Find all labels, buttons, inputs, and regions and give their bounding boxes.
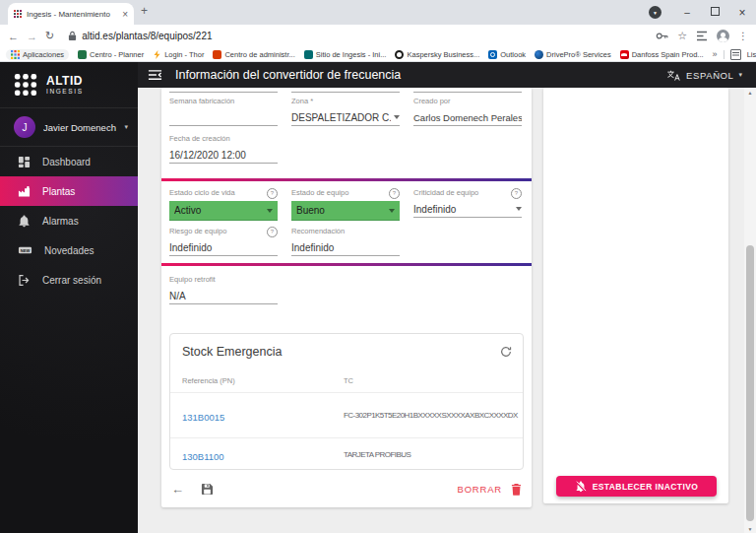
field-estado-ciclo: Estado ciclo de vida? Activo — [169, 188, 278, 221]
gradient-divider — [161, 178, 532, 181]
bell-icon — [18, 215, 31, 228]
sidebar-item-novedades[interactable]: NEW Novedades — [0, 235, 138, 265]
bookmark-kaspersky[interactable]: Kaspersky Business... — [395, 50, 479, 59]
bookmark-apps[interactable]: Aplicaciones — [6, 49, 69, 60]
sidebar-item-alarmas[interactable]: Alarmas — [0, 206, 138, 235]
user-avatar: J — [14, 116, 35, 138]
tab-close-icon[interactable]: × — [122, 9, 128, 20]
bookmark-label: Aplicaciones — [23, 50, 64, 59]
reading-list-panel-icon[interactable] — [696, 31, 708, 41]
window-maximize-button[interactable] — [701, 7, 728, 18]
part-number-link[interactable]: 130B1100 — [182, 451, 224, 462]
help-icon[interactable]: ? — [389, 188, 400, 199]
set-inactive-label: ESTABLECER INACTIVO — [593, 482, 699, 492]
logout-icon — [18, 274, 31, 287]
sidebar-item-dashboard[interactable]: Dashboard — [0, 147, 138, 176]
brand-name: ALTID — [46, 75, 84, 87]
criticidad-select[interactable]: Indefinido — [413, 201, 522, 218]
back-button[interactable]: ← — [171, 482, 184, 497]
user-menu[interactable]: J Javier Domenech ▾ — [0, 108, 138, 147]
sidebar-item-plantas[interactable]: Plantas — [0, 176, 138, 206]
drivepro-favicon — [535, 50, 543, 59]
browser-tab[interactable]: Ingesis - Mantenimiento × — [8, 3, 134, 25]
password-key-icon[interactable] — [656, 30, 668, 42]
browser-forward-icon[interactable]: → — [27, 31, 37, 42]
form-actions: ← BORRAR — [171, 478, 522, 500]
browser-back-icon[interactable]: ← — [8, 31, 19, 42]
window-close-button[interactable]: × — [728, 6, 756, 20]
page-scrollbar[interactable]: ▲ ▼ — [744, 88, 756, 533]
site-favicon — [14, 10, 23, 19]
sidebar-item-label: Novedades — [44, 245, 94, 256]
field-label: Estado ciclo de vida — [169, 188, 235, 198]
apps-grid-icon — [11, 50, 20, 59]
scroll-down-icon[interactable]: ▼ — [748, 524, 753, 533]
browser-menu-icon[interactable]: ⋮ — [738, 31, 748, 41]
fecha-creacion-input[interactable]: 16/12/2020 12:00 — [169, 147, 278, 164]
omnibox[interactable]: altid.es/plantas/8/equipos/221 — [68, 31, 648, 41]
help-icon[interactable]: ? — [511, 188, 522, 199]
riesgo-input[interactable]: Indefinido — [169, 239, 278, 256]
zona-select[interactable]: DESPALETIZADOR C... — [291, 109, 400, 126]
semana-fabricacion-input[interactable] — [169, 109, 278, 126]
bookmark-ingesis[interactable]: Sitio de Ingesis - Ini... — [304, 50, 387, 59]
equipment-form-card: Semana fabricación Zona * DESPALETIZADOR… — [161, 88, 532, 507]
help-icon[interactable]: ? — [267, 188, 278, 199]
dropdown-arrow-icon — [516, 207, 522, 211]
status-panel-card: ESTABLECER INACTIVO — [543, 88, 728, 503]
browser-update-icon[interactable]: ▼ — [649, 6, 662, 19]
more-bookmarks-icon[interactable]: » — [713, 49, 718, 59]
scrollbar-thumb[interactable] — [746, 245, 754, 521]
sharepoint-favicon — [304, 50, 313, 59]
retrofit-input[interactable]: N/A — [169, 288, 278, 304]
bookmarks-bar: Aplicaciones Centro - Planner Login - Th… — [0, 47, 756, 62]
sidebar-item-label: Cerrar sesión — [42, 275, 101, 286]
save-button[interactable] — [201, 483, 214, 496]
new-tab-button[interactable]: + — [141, 4, 148, 18]
sidebar: ALTID INGESIS J Javier Domenech ▾ Dashbo… — [0, 62, 138, 533]
window-minimize-button[interactable]: – — [673, 7, 701, 18]
gradient-divider — [161, 263, 532, 266]
bookmark-planner[interactable]: Centro - Planner — [78, 50, 144, 59]
bookmark-thor[interactable]: Login - Thor — [153, 50, 204, 59]
sidebar-item-cerrar-sesion[interactable]: Cerrar sesión — [0, 265, 138, 295]
estado-equipo-select[interactable]: Bueno — [291, 201, 400, 221]
browser-profile-avatar[interactable] — [717, 30, 729, 42]
language-selector[interactable]: ESPAÑOL ▾ — [666, 69, 742, 82]
divider — [724, 50, 724, 59]
field-riesgo: Riesgo de equipo? Indefinido — [169, 227, 278, 256]
bookmark-danfoss[interactable]: Danfoss Spain Prod... — [620, 50, 704, 59]
estado-ciclo-select[interactable]: Activo — [169, 201, 278, 221]
menu-fold-icon[interactable] — [148, 69, 162, 81]
refresh-icon[interactable] — [499, 345, 513, 359]
recomendacion-input[interactable]: Indefinido — [291, 239, 400, 256]
scroll-up-icon[interactable]: ▲ — [748, 88, 753, 98]
bookmark-drivepro[interactable]: DrivePro® Services — [535, 50, 611, 59]
browser-reload-icon[interactable]: ↻ — [45, 30, 54, 42]
save-floppy-icon — [201, 483, 214, 496]
reading-list-button[interactable]: Lista de lectura — [747, 50, 756, 59]
part-number-link[interactable]: 131B0015 — [182, 412, 224, 423]
field-semana-fabricacion: Semana fabricación — [169, 97, 278, 126]
field-label: Zona * — [291, 97, 313, 106]
bookmark-outlook[interactable]: Outlook — [488, 50, 526, 59]
bookmark-label: Login - Thor — [164, 50, 204, 59]
column-header: TC — [332, 376, 523, 385]
creado-por-input[interactable]: Carlos Domenech Perales — [413, 109, 522, 126]
browser-titlebar: Ingesis - Mantenimiento × + ▼ – × — [0, 0, 756, 25]
dropdown-arrow-icon — [394, 115, 400, 119]
address-bar: ← → ↻ altid.es/plantas/8/equipos/221 ☆ ⋮ — [0, 25, 756, 47]
help-icon[interactable]: ? — [267, 227, 278, 237]
stock-emergencia-card: Stock Emergencia Referencia (PN) TC 131B… — [169, 333, 524, 470]
admin-favicon — [213, 50, 221, 59]
field-label: Riesgo de equipo — [169, 227, 226, 236]
brand: ALTID INGESIS — [0, 62, 138, 108]
sidebar-item-label: Plantas — [42, 186, 75, 197]
set-inactive-button[interactable]: ESTABLECER INACTIVO — [556, 476, 717, 497]
trash-icon[interactable] — [511, 483, 522, 496]
factory-icon — [18, 185, 31, 198]
bookmark-admin[interactable]: Centro de administr... — [213, 50, 294, 59]
bookmark-star-icon[interactable]: ☆ — [677, 30, 687, 42]
delete-button[interactable]: BORRAR — [458, 484, 502, 495]
app-header: Información del convertidor de frecuenci… — [138, 62, 756, 88]
